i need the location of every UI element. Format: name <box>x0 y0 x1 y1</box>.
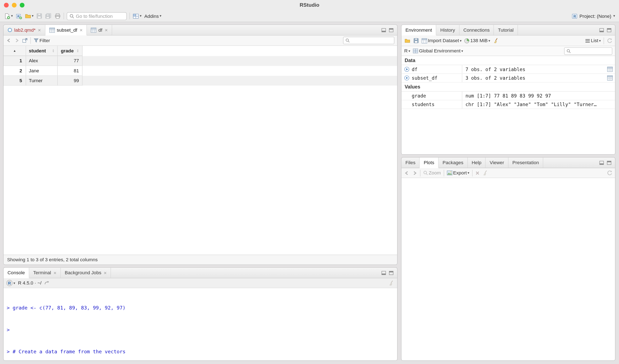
minimize-button[interactable] <box>12 3 16 8</box>
tab-help[interactable]: Help <box>468 157 486 168</box>
tab-label: History <box>440 27 455 33</box>
environment-search[interactable] <box>564 47 612 55</box>
filter-button[interactable]: Filter <box>34 38 50 43</box>
close-tab-icon[interactable]: × <box>104 270 107 276</box>
tab-tutorial[interactable]: Tutorial <box>494 25 518 35</box>
export-plot-button[interactable]: Export ▾ <box>447 170 469 176</box>
save-all-button[interactable] <box>45 13 52 19</box>
environment-tabbar: Environment History Connections Tutorial <box>402 25 615 36</box>
maximize-pane-icon[interactable] <box>389 28 394 32</box>
clear-environment-button[interactable] <box>493 38 499 43</box>
back-icon[interactable] <box>6 38 11 43</box>
console-tabbar: Console Terminal × Background Jobs × <box>4 267 397 278</box>
refresh-icon[interactable] <box>607 38 612 43</box>
maximize-pane-icon[interactable] <box>607 28 612 32</box>
dropdown-caret: ▾ <box>468 171 469 175</box>
tab-console[interactable]: Console <box>4 267 29 278</box>
remove-plot-button[interactable] <box>475 171 480 175</box>
save-button[interactable] <box>36 13 42 19</box>
forward-icon[interactable] <box>14 38 19 43</box>
clear-console-broom-icon[interactable] <box>389 280 394 286</box>
section-header-values: Values <box>402 82 615 91</box>
show-directory-icon[interactable] <box>44 281 49 286</box>
r-version-label: R 4.5.0 · ~/ <box>18 280 42 286</box>
project-menu-button[interactable]: R Project: (None) ▾ <box>572 13 615 19</box>
goto-file-search[interactable] <box>67 12 127 20</box>
addins-button[interactable]: Addins ▾ <box>144 13 161 19</box>
viewer-search[interactable] <box>343 37 394 44</box>
clear-plots-button[interactable] <box>482 170 488 176</box>
refresh-icon[interactable] <box>607 170 612 176</box>
memory-usage-button[interactable]: 138 MiB ▾ <box>464 38 490 43</box>
tab-packages[interactable]: Packages <box>439 157 468 168</box>
table-header-row: ▲ student ▲▼ grade ▲▼ <box>4 46 397 56</box>
save-workspace-button[interactable] <box>413 38 419 43</box>
tab-terminal[interactable]: Terminal × <box>29 267 61 278</box>
tab-subset-df[interactable]: subset_df × <box>45 25 87 36</box>
r-version-menu[interactable]: R ▾ <box>6 280 15 286</box>
column-header-student[interactable]: student ▲▼ <box>26 46 58 56</box>
zoom-plot-button[interactable]: Zoom <box>423 170 441 176</box>
new-file-button[interactable]: ▾ <box>4 13 13 19</box>
export-label: Export <box>453 170 467 176</box>
tab-environment[interactable]: Environment <box>402 25 436 36</box>
view-data-button[interactable] <box>605 65 615 74</box>
goto-file-input[interactable] <box>76 13 124 19</box>
expand-object-icon[interactable] <box>404 75 409 81</box>
column-header-grade[interactable]: grade ▲▼ <box>58 46 83 56</box>
fullscreen-button[interactable] <box>20 3 25 8</box>
maximize-pane-icon[interactable] <box>389 271 394 275</box>
memory-pie-icon <box>464 38 469 43</box>
pane-layout-button[interactable]: ▾ <box>133 13 141 19</box>
close-tab-icon[interactable]: × <box>105 27 108 33</box>
tab-viewer[interactable]: Viewer <box>486 157 508 168</box>
dropdown-caret: ▾ <box>613 14 615 18</box>
close-tab-icon[interactable]: × <box>38 27 41 33</box>
load-workspace-button[interactable] <box>404 38 410 43</box>
environment-search-input[interactable] <box>572 48 610 54</box>
open-file-button[interactable]: ▾ <box>25 13 34 19</box>
list-view-button[interactable]: List ▾ <box>585 38 601 43</box>
object-value-cell: 3 obs. of 2 variables <box>462 74 605 82</box>
minimize-pane-icon[interactable] <box>599 160 604 165</box>
language-label: R <box>404 48 408 54</box>
close-tab-icon[interactable]: × <box>80 27 83 33</box>
row-number-header[interactable]: ▲ <box>4 46 26 56</box>
student-cell: Jane <box>26 66 58 76</box>
view-data-button[interactable] <box>605 74 615 82</box>
next-plot-icon[interactable] <box>412 170 417 175</box>
language-selector[interactable]: R ▾ <box>404 48 410 54</box>
open-in-window-button[interactable] <box>22 38 28 43</box>
import-dataset-button[interactable]: Import Dataset ▾ <box>422 38 462 43</box>
tab-presentation[interactable]: Presentation <box>508 157 543 168</box>
close-button[interactable] <box>4 3 9 8</box>
separator <box>30 37 31 44</box>
environment-object-row[interactable]: df 7 obs. of 2 variables <box>402 65 615 74</box>
expand-object-icon[interactable] <box>404 67 409 72</box>
close-tab-icon[interactable]: × <box>54 270 56 276</box>
broom-icon <box>482 170 488 176</box>
minimize-pane-icon[interactable] <box>381 271 386 275</box>
environment-scope-bar: R ▾ Global Environment ▾ <box>402 46 615 56</box>
dropdown-caret: ▾ <box>460 39 462 42</box>
table-row: 1 Alex 77 <box>4 56 397 66</box>
tab-label: lab2.qmd* <box>14 27 36 33</box>
tab-history[interactable]: History <box>436 25 459 35</box>
tab-lab2-qmd[interactable]: lab2.qmd* × <box>4 25 45 35</box>
previous-plot-icon[interactable] <box>404 170 409 175</box>
tab-background-jobs[interactable]: Background Jobs × <box>61 267 111 278</box>
viewer-search-input[interactable] <box>351 38 392 43</box>
minimize-pane-icon[interactable] <box>599 28 604 32</box>
student-cell: Turner <box>26 76 58 85</box>
environment-object-row[interactable]: subset_df 3 obs. of 2 variables <box>402 74 615 82</box>
tab-plots[interactable]: Plots <box>420 157 439 168</box>
minimize-pane-icon[interactable] <box>381 28 386 32</box>
new-project-button[interactable]: R <box>15 13 22 19</box>
tab-files[interactable]: Files <box>402 157 420 168</box>
console-output[interactable]: > grade <- c(77, 81, 89, 83, 99, 92, 97)… <box>4 288 397 360</box>
environment-selector[interactable]: Global Environment ▾ <box>413 48 463 54</box>
tab-df[interactable]: df × <box>87 25 112 35</box>
maximize-pane-icon[interactable] <box>607 160 612 165</box>
print-button[interactable] <box>55 13 61 19</box>
tab-connections[interactable]: Connections <box>459 25 494 35</box>
